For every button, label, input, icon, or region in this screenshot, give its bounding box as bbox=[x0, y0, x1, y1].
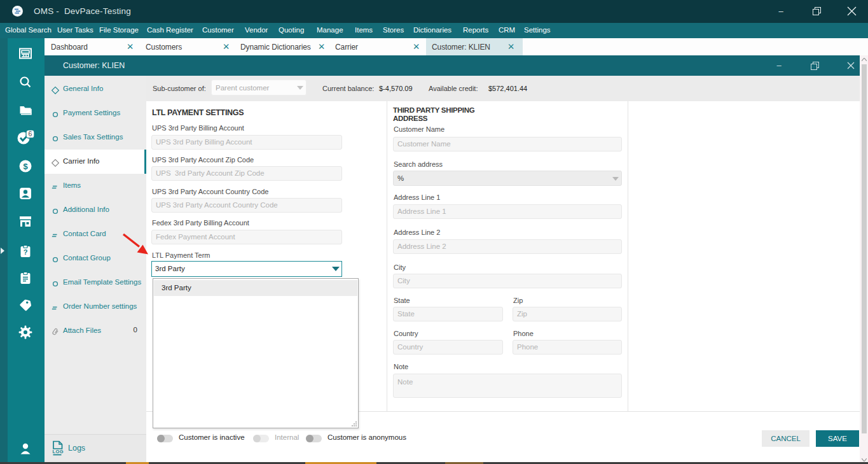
svg-text:LOG: LOG bbox=[53, 449, 64, 454]
svg-text:$: $ bbox=[23, 161, 28, 171]
svg-text:6: 6 bbox=[29, 130, 32, 137]
svg-text:?: ? bbox=[24, 248, 28, 256]
